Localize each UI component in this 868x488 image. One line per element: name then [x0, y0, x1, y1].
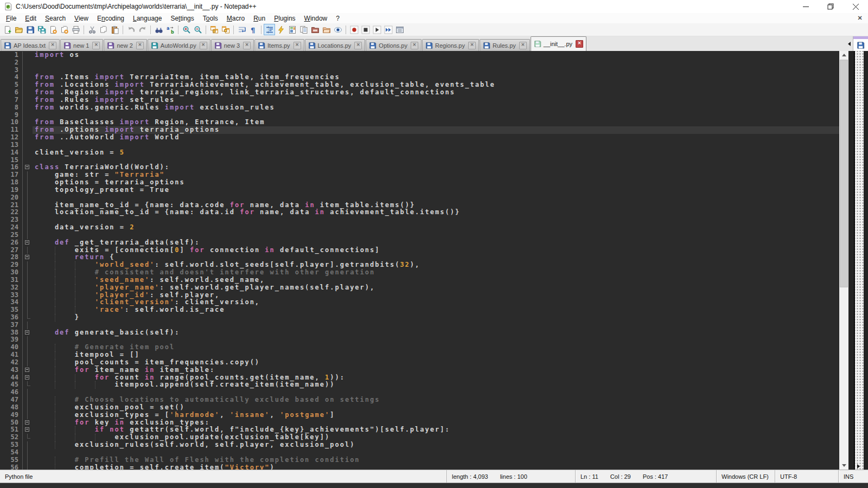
fold-collapse-icon[interactable] [23, 426, 33, 434]
code-line-26[interactable]: 26def _get_terraria_data(self): [0, 239, 839, 247]
code-line-11[interactable]: 11from .Options import terraria_options [0, 126, 839, 134]
function-list-button[interactable] [275, 24, 286, 35]
tab-close-icon[interactable]: ✕ [354, 42, 362, 49]
code-line-54[interactable]: 54 [0, 449, 839, 457]
code-line-45[interactable]: 45itempool.append(self.create_item(item_… [0, 381, 839, 389]
show-indent-guide-button[interactable] [264, 24, 275, 35]
tab-new-3[interactable]: new 3✕ [211, 39, 254, 51]
open-folder-button[interactable] [321, 24, 332, 35]
code-line-28[interactable]: 28return { [0, 254, 839, 261]
code-line-50[interactable]: 50for key in exclusion_types: [0, 419, 839, 427]
tab-new-2[interactable]: new 2✕ [104, 39, 146, 51]
folder-as-workspace-button[interactable] [309, 24, 321, 35]
menu-file[interactable]: File [2, 14, 21, 23]
tab-close-icon[interactable]: ✕ [49, 42, 56, 49]
sync-vertical-button[interactable] [208, 24, 220, 35]
code-line-27[interactable]: 27exits = [connection[0] for connection … [0, 247, 839, 254]
close-all-button[interactable] [59, 24, 70, 35]
code-line-33[interactable]: 33'player_id': self.player, [0, 292, 839, 299]
replace-button[interactable]: ab [164, 24, 176, 35]
code-line-19[interactable]: 19topology_present = True [0, 187, 839, 194]
new-file-button[interactable] [2, 24, 13, 35]
fold-collapse-icon[interactable] [23, 419, 33, 427]
scrollbar-up-icon[interactable] [839, 51, 848, 59]
code-line-38[interactable]: 38def generate_basic(self): [0, 329, 839, 337]
macro-stop-button[interactable] [360, 24, 371, 35]
code-line-20[interactable]: 20 [0, 194, 839, 202]
menu-[interactable]: ? [331, 14, 344, 23]
menu-plugins[interactable]: Plugins [270, 14, 299, 23]
tab-new-1[interactable]: new 1✕ [60, 39, 103, 51]
code-line-23[interactable]: 23 [0, 216, 839, 224]
code-line-46[interactable]: 46 [0, 389, 839, 396]
tab-scroll-left-icon[interactable] [845, 36, 853, 51]
menu-macro[interactable]: Macro [222, 14, 249, 23]
menu-run[interactable]: Run [249, 14, 270, 23]
fold-collapse-icon[interactable] [23, 239, 33, 247]
macro-run-multiple-button[interactable] [382, 24, 394, 35]
code-line-14[interactable]: 14client_version = 5 [0, 149, 839, 157]
document-map-button[interactable] [286, 24, 298, 35]
monitoring-button[interactable] [332, 24, 343, 35]
code-editor[interactable]: 1import os234from .Items import Terraria… [0, 51, 839, 470]
fold-collapse-icon[interactable] [23, 367, 33, 374]
code-line-18[interactable]: 18options = terraria_options [0, 179, 839, 187]
tab-close-icon[interactable]: ✕ [519, 42, 527, 49]
tab-options-py[interactable]: Options.py✕ [366, 39, 422, 51]
tab-close-icon[interactable]: ✕ [468, 42, 476, 49]
code-line-43[interactable]: 43for item_name in item_table: [0, 367, 839, 374]
code-line-51[interactable]: 51if not getattr(self.world, f"include_{… [0, 426, 839, 434]
code-line-37[interactable]: 37 [0, 322, 839, 329]
tab-items-py[interactable]: Items.py✕ [254, 39, 304, 51]
menu-view[interactable]: View [70, 14, 93, 23]
tab-rules-py[interactable]: Rules.py✕ [480, 39, 530, 51]
menu-tools[interactable]: Tools [199, 14, 222, 23]
code-line-56[interactable]: 56completion = self.create_item("Victory… [0, 464, 839, 470]
code-line-40[interactable]: 40# Generate item pool [0, 344, 839, 351]
menu-window[interactable]: Window [300, 14, 332, 23]
show-all-characters-button[interactable]: ¶ [247, 24, 259, 35]
close-file-button[interactable] [47, 24, 59, 35]
macro-record-button[interactable] [348, 24, 360, 35]
code-line-35[interactable]: 35'race': self.world.is_race [0, 306, 839, 314]
macro-save-button[interactable] [394, 24, 405, 35]
fold-collapse-icon[interactable] [23, 164, 33, 171]
code-line-3[interactable]: 3 [0, 67, 839, 74]
find-button[interactable] [153, 24, 164, 35]
code-line-15[interactable]: 15 [0, 157, 839, 164]
code-line-6[interactable]: 6from .Regions import terraria_regions, … [0, 89, 839, 97]
scrollbar-thumb[interactable] [840, 60, 848, 287]
macro-play-button[interactable] [371, 24, 382, 35]
copy-button[interactable] [98, 24, 109, 35]
code-line-47[interactable]: 47# Choose locations to automatically ex… [0, 396, 839, 404]
code-line-13[interactable]: 13 [0, 142, 839, 149]
vertical-scrollbar[interactable] [839, 51, 848, 470]
save-all-button[interactable] [36, 24, 47, 35]
document-list-button[interactable] [298, 24, 309, 35]
code-line-30[interactable]: 30# consistent and doesn't interfere wit… [0, 269, 839, 277]
fold-collapse-icon[interactable] [23, 329, 33, 337]
code-line-21[interactable]: 21item_name_to_id = {name: data.code for… [0, 202, 839, 209]
tab-close-icon[interactable]: ✕ [243, 42, 251, 49]
zoom-out-button[interactable] [192, 24, 203, 35]
menu-language[interactable]: Language [129, 14, 166, 23]
code-line-55[interactable]: 55# Prefill the Wall of Flesh with the c… [0, 457, 839, 464]
code-line-29[interactable]: 29'world_seed': self.world.slot_seeds[se… [0, 261, 839, 269]
menu-search[interactable]: Search [41, 14, 70, 23]
tab-ap-ideas-txt[interactable]: AP Ideas.txt✕ [1, 39, 60, 51]
code-line-5[interactable]: 5from .Locations import TerrariaAchievem… [0, 81, 839, 89]
code-line-17[interactable]: 17game: str = "Terraria" [0, 171, 839, 179]
word-wrap-button[interactable] [236, 24, 247, 35]
menu-settings[interactable]: Settings [166, 14, 198, 23]
code-line-9[interactable]: 9 [0, 112, 839, 119]
code-line-32[interactable]: 32'player_name': self.world.get_player_n… [0, 284, 839, 292]
tab-close-icon[interactable]: ✕ [576, 40, 583, 48]
open-file-button[interactable] [13, 24, 24, 35]
code-line-52[interactable]: 52exclusion_pool.update(exclusion_table[… [0, 434, 839, 441]
tab-close-icon[interactable]: ✕ [200, 42, 207, 49]
tab-close-icon[interactable]: ✕ [92, 42, 100, 49]
undo-button[interactable] [125, 24, 137, 35]
code-line-34[interactable]: 34'client_version': client_version, [0, 299, 839, 306]
dock-splitter-grip[interactable] [855, 51, 864, 470]
code-line-2[interactable]: 2 [0, 59, 839, 67]
